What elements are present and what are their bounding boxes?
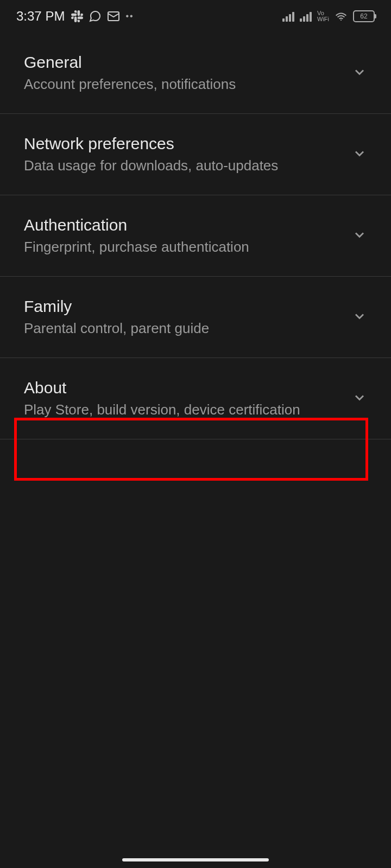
chevron-down-icon (352, 146, 367, 163)
settings-subtitle: Play Store, build version, device certif… (24, 401, 341, 418)
settings-item-content: Family Parental control, parent guide (24, 297, 341, 337)
signal-icon-2 (300, 11, 312, 22)
settings-title: General (24, 53, 341, 72)
settings-subtitle: Fingerprint, purchase authentication (24, 239, 341, 256)
settings-title: Family (24, 297, 341, 316)
settings-item-family[interactable]: Family Parental control, parent guide (0, 277, 391, 358)
settings-title: Authentication (24, 216, 341, 234)
settings-item-content: Network preferences Data usage for downl… (24, 135, 341, 174)
vowifi-icon: Vo WiFi (317, 10, 329, 22)
chevron-down-icon (352, 227, 367, 245)
settings-subtitle: Data usage for downloads, auto-updates (24, 157, 341, 174)
status-bar: 3:37 PM •• (0, 0, 391, 33)
settings-item-general[interactable]: General Account preferences, notificatio… (0, 33, 391, 114)
settings-subtitle: Parental control, parent guide (24, 320, 341, 337)
status-notification-icons: •• (71, 10, 134, 23)
settings-item-authentication[interactable]: Authentication Fingerprint, purchase aut… (0, 195, 391, 277)
settings-title: About (24, 379, 341, 397)
status-left: 3:37 PM •• (16, 9, 134, 24)
wifi-icon (335, 10, 348, 23)
settings-item-about[interactable]: About Play Store, build version, device … (0, 358, 391, 439)
chevron-down-icon (352, 309, 367, 326)
status-right: Vo WiFi 62 (282, 10, 375, 23)
settings-item-content: Authentication Fingerprint, purchase aut… (24, 216, 341, 256)
signal-icon-1 (282, 11, 294, 22)
settings-list: General Account preferences, notificatio… (0, 33, 391, 439)
settings-subtitle: Account preferences, notifications (24, 76, 341, 93)
settings-item-content: About Play Store, build version, device … (24, 379, 341, 418)
gmail-icon (107, 10, 120, 23)
slack-icon (71, 10, 83, 22)
status-time: 3:37 PM (16, 9, 65, 24)
settings-item-network[interactable]: Network preferences Data usage for downl… (0, 114, 391, 195)
chevron-down-icon (352, 390, 367, 407)
home-indicator[interactable] (122, 858, 269, 861)
settings-title: Network preferences (24, 135, 341, 153)
settings-item-content: General Account preferences, notificatio… (24, 53, 341, 93)
more-notifications-icon: •• (125, 11, 134, 21)
battery-icon: 62 (353, 10, 375, 22)
chevron-down-icon (352, 65, 367, 82)
battery-level: 62 (360, 12, 367, 20)
whatsapp-icon (89, 10, 102, 23)
